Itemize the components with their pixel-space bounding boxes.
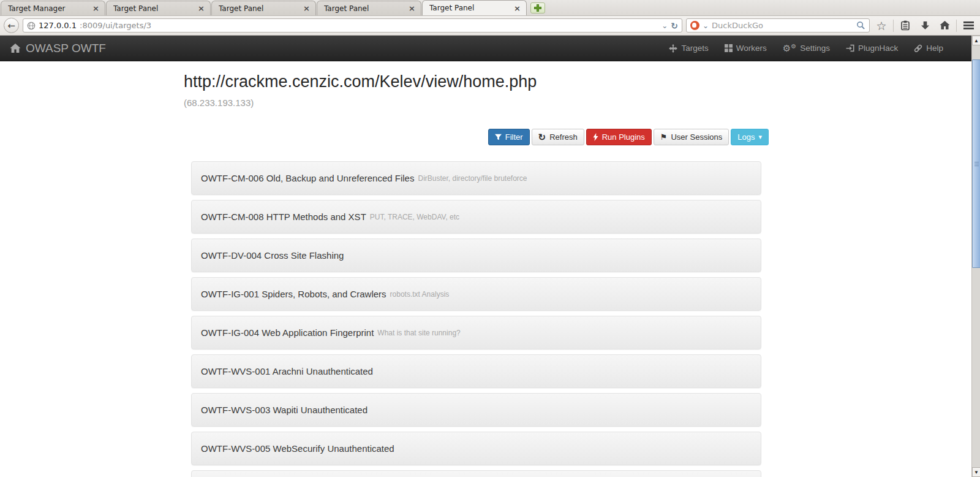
tab-close-icon[interactable]: × [197,4,206,12]
plugin-panel[interactable] [191,470,761,477]
targets-icon [669,44,677,53]
gears-icon: ⚙⚙ [783,44,796,53]
search-icon[interactable] [856,21,865,30]
logs-dropdown-button[interactable]: Logs ▾ [731,129,769,145]
plugin-panel[interactable]: OWTF-WVS-005 WebSecurify Unauthenticated [191,432,761,465]
plugin-title: OWTF-IG-001 Spiders, Robots, and Crawler… [201,289,386,299]
plugin-title: OWTF-WVS-003 Wapiti Unauthenticated [201,405,368,415]
plugin-subtitle: robots.txt Analysis [390,290,450,299]
plugin-title: OWTF-CM-008 HTTP Methods and XST [201,212,366,222]
nav-label: Settings [800,44,830,53]
home-button[interactable] [937,18,952,34]
url-bar[interactable]: 127.0.0.1:8009/ui/targets/3 ⌄ ↻ [23,18,682,32]
plugin-title: OWTF-IG-004 Web Application Fingerprint [201,327,374,338]
browser-tab[interactable]: Target Panel× [211,1,316,15]
workers-grid-icon [725,44,733,52]
sign-in-icon [846,44,854,52]
hamburger-icon [963,21,974,29]
tab-title: Target Panel [324,4,407,13]
plugin-panel[interactable]: OWTF-CM-006 Old, Backup and Unreferenced… [191,161,761,195]
nav-item-plugnhack[interactable]: PlugnHack [846,44,898,53]
scroll-up-button[interactable]: ▲ [972,36,980,45]
tab-close-icon[interactable]: × [91,4,100,12]
plugin-list: OWTF-CM-006 Old, Backup and Unreferenced… [191,161,761,477]
tab-title: Target Manager [8,4,91,13]
downloads-button[interactable] [917,18,933,34]
refresh-button[interactable]: ↻ Refresh [532,129,584,145]
link-icon [914,44,922,53]
tab-close-icon[interactable]: × [407,4,417,12]
plugin-title: OWTF-DV-004 Cross Site Flashing [201,250,344,261]
plugin-panel[interactable]: OWTF-WVS-001 Arachni Unauthenticated [191,354,761,388]
run-plugins-button[interactable]: Run Plugins [586,129,652,145]
target-ip: (68.233.193.133) [184,97,769,108]
plus-icon [534,4,541,12]
toolbar-divider [956,20,957,32]
globe-icon [27,21,36,30]
reload-icon[interactable]: ↻ [671,21,678,31]
plugin-panel[interactable]: OWTF-DV-004 Cross Site Flashing [191,238,761,272]
browser-tab[interactable]: Target Panel× [106,1,211,15]
browser-tab[interactable]: Target Panel× [317,1,421,15]
plugin-title: OWTF-CM-006 Old, Backup and Unreferenced… [201,173,414,183]
url-host: 127.0.0.1 [39,21,77,30]
clipboard-icon [900,20,910,31]
browser-tab[interactable]: Target Panel× [422,0,527,15]
page-scrollbar[interactable]: ▲ ▼ [971,36,980,477]
nav-label: PlugnHack [858,44,898,53]
plugin-panel[interactable]: OWTF-IG-001 Spiders, Robots, and Crawler… [191,277,761,311]
search-bar[interactable]: ⌄ DuckDuckGo [686,18,870,32]
bookmarks-button[interactable] [897,18,913,34]
back-arrow-icon: ← [7,20,15,31]
action-button-row: Filter ↻ Refresh Run Plugins ⚑ User Sess… [184,129,769,145]
plugin-title: OWTF-WVS-001 Arachni Unauthenticated [201,366,373,376]
page-title: http://crackme.cenzic.com/Kelev/view/hom… [184,72,769,91]
nav-item-targets[interactable]: Targets [669,44,708,53]
download-icon [921,21,930,30]
tab-title: Target Panel [219,4,302,13]
page-content: http://crackme.cenzic.com/Kelev/view/hom… [0,61,971,477]
star-icon: ☆ [876,19,886,32]
url-dropdown-icon[interactable]: ⌄ [662,22,668,29]
url-path: :8009/ui/targets/3 [80,21,151,30]
caret-down-icon: ▾ [758,133,762,141]
nav-label: Workers [736,44,767,53]
back-button[interactable]: ← [4,18,19,33]
browser-tab[interactable]: Target Manager× [1,1,105,15]
plugin-subtitle: DirBuster, directory/file bruteforce [418,174,527,183]
brand[interactable]: OWASP OWTF [0,42,106,55]
nav-item-help[interactable]: Help [914,44,943,53]
tab-title: Target Panel [429,4,513,12]
nav-item-settings[interactable]: ⚙⚙ Settings [783,44,830,53]
plugin-panel[interactable]: OWTF-WVS-003 Wapiti Unauthenticated [191,393,761,427]
home-icon [10,44,21,53]
user-sessions-button[interactable]: ⚑ User Sessions [654,129,729,145]
menu-button[interactable] [960,18,976,34]
tab-title: Target Panel [113,4,197,13]
home-icon [940,21,950,30]
tab-close-icon[interactable]: × [302,4,311,12]
tab-close-icon[interactable]: × [513,4,522,12]
search-input[interactable]: DuckDuckGo [712,21,853,30]
nav-item-workers[interactable]: Workers [725,44,767,53]
duckduckgo-icon [690,21,699,30]
new-tab-button[interactable] [530,2,545,13]
browser-toolbar: ← 127.0.0.1:8009/ui/targets/3 ⌄ ↻ ⌄ Duck… [0,16,980,36]
toolbar-divider [893,20,894,32]
owtf-navbar: OWASP OWTF Targets Workers ⚙⚙ Settings P… [0,36,971,61]
plugin-title: OWTF-WVS-005 WebSecurify Unauthenticated [201,443,394,454]
search-engine-dropdown-icon[interactable]: ⌄ [703,22,709,29]
plugin-subtitle: PUT, TRACE, WebDAV, etc [370,213,459,221]
brand-label: OWASP OWTF [26,42,106,55]
bolt-icon [593,133,598,141]
bookmark-star-button[interactable]: ☆ [873,18,889,34]
scrollbar-thumb[interactable] [972,59,980,268]
flag-icon: ⚑ [660,133,668,141]
scroll-down-button[interactable]: ▼ [972,467,980,477]
plugin-panel[interactable]: OWTF-IG-004 Web Application FingerprintW… [191,316,761,349]
filter-button[interactable]: Filter [488,129,530,145]
refresh-icon: ↻ [538,132,546,142]
filter-funnel-icon [495,134,502,140]
nav-label: Help [926,44,943,53]
plugin-panel[interactable]: OWTF-CM-008 HTTP Methods and XSTPUT, TRA… [191,200,761,234]
